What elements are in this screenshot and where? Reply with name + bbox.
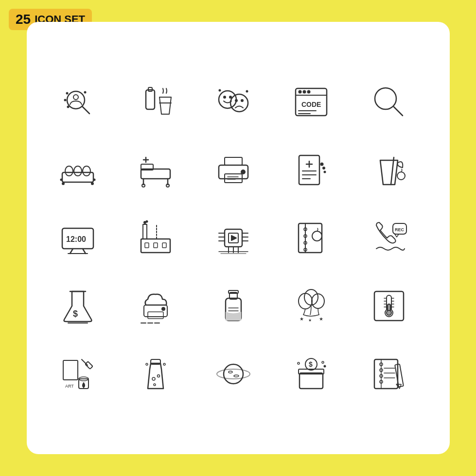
water-bottle-icon — [124, 342, 187, 406]
svg-point-145 — [229, 371, 232, 373]
code-window-icon: CODE — [280, 70, 343, 134]
svg-line-59 — [391, 157, 394, 185]
svg-rect-71 — [154, 243, 158, 248]
svg-text:$: $ — [309, 360, 313, 368]
svg-rect-154 — [374, 359, 398, 389]
medical-file-icon — [280, 138, 343, 202]
thermometer-page-icon — [357, 274, 421, 338]
svg-point-140 — [154, 384, 156, 386]
svg-point-17 — [246, 91, 247, 92]
svg-point-153 — [324, 366, 325, 367]
icon-grid: CODE — [46, 70, 430, 406]
theater-masks-icon — [202, 70, 265, 134]
svg-line-1 — [82, 106, 89, 114]
notebook-pencil-icon — [357, 342, 421, 406]
svg-line-27 — [394, 107, 403, 116]
svg-point-43 — [166, 184, 169, 187]
user-search-icon — [46, 70, 109, 134]
svg-point-67 — [144, 221, 146, 223]
svg-point-15 — [241, 100, 243, 102]
svg-point-47 — [241, 170, 245, 174]
svg-point-32 — [62, 183, 64, 185]
svg-point-16 — [219, 90, 220, 91]
svg-rect-69 — [141, 239, 170, 253]
svg-point-57 — [323, 167, 325, 169]
drinks-icon — [124, 70, 187, 134]
svg-point-146 — [234, 375, 239, 377]
svg-text:★: ★ — [300, 316, 304, 322]
money-box-icon: $ — [280, 342, 343, 406]
svg-point-33 — [91, 183, 93, 185]
svg-text:CODE: CODE — [301, 101, 321, 108]
svg-point-30 — [74, 166, 82, 176]
svg-rect-131 — [63, 360, 78, 380]
printer-icon — [202, 138, 265, 202]
svg-line-62 — [70, 249, 73, 254]
svg-point-12 — [229, 96, 231, 98]
svg-point-42 — [142, 184, 145, 187]
recipe-book-icon — [280, 206, 343, 270]
svg-text:REC: REC — [395, 227, 405, 232]
clock-tv-icon: 12:00 — [46, 206, 109, 270]
svg-rect-163 — [395, 364, 404, 387]
svg-point-56 — [320, 163, 323, 166]
svg-point-13 — [230, 94, 248, 112]
svg-point-4 — [64, 100, 66, 101]
svg-point-22 — [307, 91, 310, 93]
svg-point-35 — [93, 179, 95, 181]
cloud-print-icon — [124, 274, 187, 338]
svg-point-143 — [224, 364, 243, 384]
svg-line-63 — [83, 249, 86, 254]
search-magnifier-icon — [357, 70, 421, 134]
svg-text:12:00: 12:00 — [66, 235, 86, 243]
svg-point-151 — [298, 362, 300, 364]
svg-point-11 — [224, 96, 226, 98]
svg-point-6 — [84, 92, 86, 93]
balloons-icon: ★ ★ ★ — [280, 274, 343, 338]
svg-point-29 — [65, 166, 73, 176]
svg-rect-72 — [162, 243, 166, 248]
svg-point-68 — [146, 221, 147, 222]
svg-point-142 — [163, 363, 165, 365]
svg-point-3 — [66, 93, 68, 94]
cpu-chip-icon — [202, 206, 265, 270]
icon-set-card: CODE — [27, 22, 450, 454]
svg-point-122 — [387, 310, 391, 315]
factory-icon — [124, 206, 187, 270]
svg-rect-70 — [145, 243, 149, 248]
svg-text:$: $ — [73, 309, 78, 319]
svg-marker-76 — [231, 236, 236, 240]
svg-rect-50 — [299, 155, 319, 185]
svg-point-102 — [162, 307, 165, 310]
svg-point-14 — [235, 100, 237, 102]
svg-text:★: ★ — [319, 316, 323, 322]
svg-rect-44 — [225, 157, 242, 165]
svg-rect-133 — [85, 361, 93, 369]
svg-point-34 — [60, 179, 62, 181]
svg-rect-100 — [144, 305, 167, 317]
wall-art-icon: ART — [46, 342, 109, 406]
eggs-icon — [46, 138, 109, 202]
svg-rect-28 — [62, 172, 93, 182]
planet-icon — [202, 342, 265, 406]
svg-rect-101 — [148, 312, 163, 319]
svg-point-5 — [67, 106, 69, 108]
svg-rect-66 — [143, 224, 147, 239]
svg-point-139 — [157, 375, 159, 377]
svg-point-21 — [303, 91, 305, 93]
oil-bottle-icon — [202, 274, 265, 338]
svg-text:★: ★ — [308, 318, 312, 323]
svg-point-144 — [217, 369, 250, 379]
record-call-icon: REC — [357, 206, 421, 270]
svg-point-58 — [324, 171, 325, 173]
svg-point-90 — [312, 231, 322, 241]
svg-point-2 — [73, 95, 78, 100]
badge-number: 25 — [16, 12, 31, 27]
lab-flask-icon: $ — [46, 274, 109, 338]
healthy-drink-icon — [357, 138, 421, 202]
svg-rect-88 — [299, 223, 322, 253]
svg-point-141 — [146, 363, 148, 365]
svg-text:ART: ART — [65, 384, 74, 389]
svg-point-26 — [375, 88, 396, 109]
hospital-bed-icon — [124, 138, 187, 202]
